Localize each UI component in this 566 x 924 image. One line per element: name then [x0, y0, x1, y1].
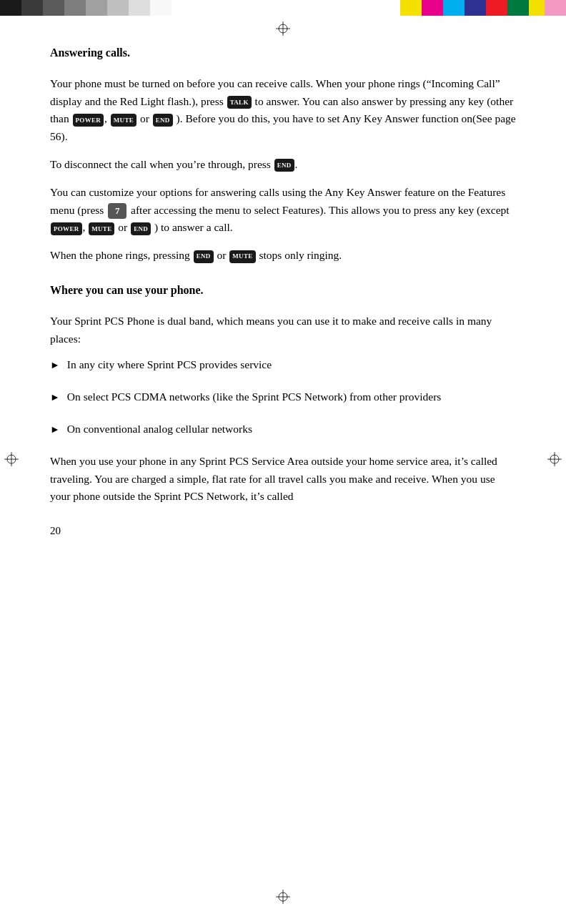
- page-number: 20: [50, 523, 516, 539]
- power-badge-2: POWER: [51, 222, 82, 235]
- para4-text2: stops only ringing.: [259, 249, 342, 261]
- para4-text1: When the phone rings, pressing: [50, 249, 190, 261]
- color-bar-top: [0, 0, 566, 16]
- answering-paragraph-1: Your phone must be turned on before you …: [50, 75, 516, 146]
- para3-text3: ) to answer a call.: [154, 221, 233, 233]
- bullet-list: ► In any city where Sprint PCS provides …: [50, 356, 516, 438]
- where-title: Where you can use your phone.: [50, 282, 516, 300]
- end-badge-3: END: [131, 222, 151, 235]
- para3-or: or: [118, 221, 130, 233]
- mute-badge-2: MUTE: [89, 222, 114, 235]
- seven-badge: 7: [108, 203, 126, 219]
- answering-paragraph-4: When the phone rings, pressing END or MU…: [50, 247, 516, 265]
- talk-badge: TALK: [227, 96, 252, 109]
- para1-or: or: [140, 112, 152, 124]
- answering-paragraph-3: You can customize your options for answe…: [50, 184, 516, 237]
- reg-mark-mid-left: [4, 452, 19, 472]
- mute-badge-3: MUTE: [229, 250, 255, 263]
- para3-text2: after accessing the menu to select Featu…: [131, 204, 510, 216]
- mute-badge-1: MUTE: [111, 114, 136, 127]
- bullet-text-3: On conventional analog cellular networks: [67, 421, 252, 438]
- where-section: Where you can use your phone. Your Sprin…: [50, 282, 516, 506]
- end-badge-4: END: [194, 250, 214, 263]
- where-closing: When you use your phone in any Sprint PC…: [50, 453, 516, 506]
- answering-paragraph-2: To disconnect the call when you’re throu…: [50, 156, 516, 174]
- list-item: ► On select PCS CDMA networks (like the …: [50, 388, 516, 406]
- para2-text1: To disconnect the call when you’re throu…: [50, 158, 271, 170]
- list-item: ► On conventional analog cellular networ…: [50, 421, 516, 438]
- bullet-arrow-3: ►: [50, 422, 60, 438]
- reg-mark-top-center: [276, 21, 290, 41]
- para4-or: or: [217, 249, 229, 261]
- page-content: Answering calls. Your phone must be turn…: [0, 16, 566, 568]
- answering-calls-title: Answering calls.: [50, 44, 516, 62]
- bullet-text-1: In any city where Sprint PCS provides se…: [67, 356, 272, 374]
- power-badge: POWER: [73, 114, 104, 127]
- end-badge-1: END: [153, 114, 173, 127]
- list-item: ► In any city where Sprint PCS provides …: [50, 356, 516, 374]
- reg-mark-mid-right: [547, 452, 562, 472]
- bullet-text-2: On select PCS CDMA networks (like the Sp…: [67, 388, 442, 406]
- para2-period: .: [295, 158, 298, 170]
- end-badge-2: END: [274, 159, 294, 172]
- answering-calls-section: Answering calls. Your phone must be turn…: [50, 44, 516, 265]
- bullet-arrow-2: ►: [50, 390, 60, 406]
- where-intro: Your Sprint PCS Phone is dual band, whic…: [50, 313, 516, 348]
- reg-mark-bottom-center: [276, 890, 290, 910]
- bullet-arrow-1: ►: [50, 358, 60, 373]
